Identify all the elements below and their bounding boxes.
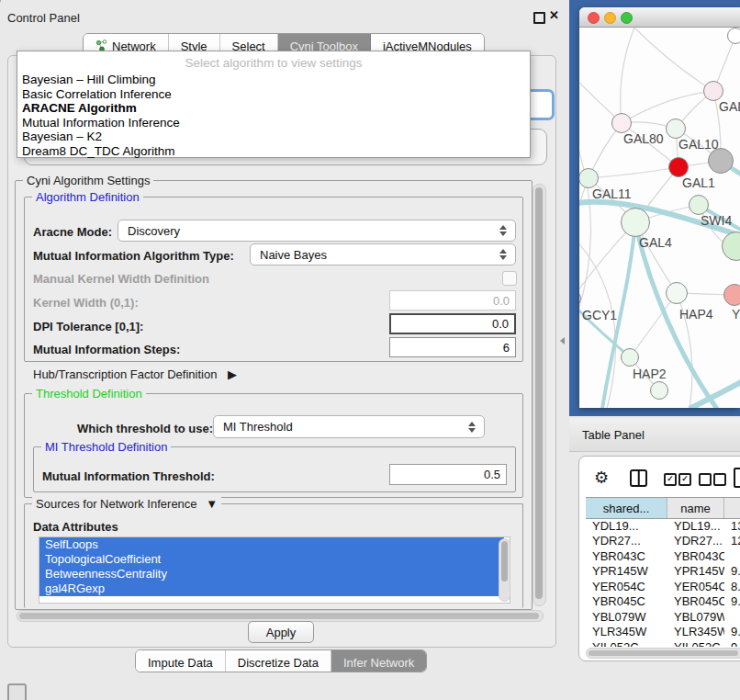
- table-panel-window: ⚙ ✓ ✓ shared... name YDL19...YDL19...13Y…: [578, 456, 740, 661]
- column-header-name[interactable]: name: [667, 498, 724, 518]
- network-node-y[interactable]: [723, 284, 740, 306]
- network-node-gal4[interactable]: [621, 208, 650, 237]
- manual-kernel-checkbox[interactable]: [502, 271, 517, 286]
- table-panel-title: Table Panel: [582, 428, 645, 442]
- list-item[interactable]: SelfLoops: [39, 537, 504, 552]
- table-cell: YDL19...: [586, 518, 667, 534]
- dropdown-option[interactable]: Bayesian – Hill Climbing: [17, 73, 530, 87]
- table-body[interactable]: YDL19...YDL19...13YDR27...YDR27...12YBR0…: [586, 518, 740, 647]
- list-item[interactable]: TopologicalCoefficient: [39, 552, 504, 567]
- aracne-mode-label: Aracne Mode:: [33, 225, 112, 239]
- zoom-traffic-icon[interactable]: [621, 12, 633, 24]
- unchecked-checkbox-icon[interactable]: [699, 473, 712, 486]
- checked-checkbox-icon[interactable]: ✓: [664, 473, 677, 486]
- float-window-icon[interactable]: [533, 12, 545, 24]
- kernel-width-field[interactable]: 0.0: [389, 290, 516, 310]
- table-cell: YBR045C: [667, 594, 724, 610]
- minimize-traffic-icon[interactable]: [604, 12, 616, 24]
- table-cell: YIL052C: [667, 639, 724, 647]
- dropdown-option-selected[interactable]: ARACNE Algorithm: [17, 101, 530, 116]
- checked-checkbox-icon[interactable]: ✓: [678, 473, 691, 486]
- table-row[interactable]: YPR145WYPR145W9.: [586, 564, 740, 580]
- network-view-window[interactable]: GALGAL80GAL10GAL1GAL11SWI4GAL4HAP4YGCY1H…: [579, 7, 740, 408]
- apply-button[interactable]: Apply: [248, 621, 314, 643]
- column-header-cut[interactable]: [724, 498, 740, 518]
- network-node-gal80[interactable]: [611, 113, 632, 133]
- tab-infer-network[interactable]: Infer Network: [331, 650, 426, 672]
- table-cell: YDL19...: [667, 518, 724, 534]
- network-node-hap2[interactable]: [621, 348, 639, 367]
- table-row[interactable]: YLR345WYLR345W9.: [586, 625, 740, 640]
- unchecked-checkbox-icon[interactable]: [713, 473, 726, 486]
- list-item[interactable]: gal4RGexp: [39, 581, 504, 596]
- algorithm-definition-title: Algorithm Definition: [32, 190, 143, 204]
- table-cell: [724, 609, 740, 625]
- panel-divider-handle[interactable]: [560, 337, 566, 345]
- network-node-gal1[interactable]: [668, 157, 689, 177]
- table-cell: 9.: [724, 564, 740, 580]
- aracne-mode-combobox[interactable]: Discovery: [118, 220, 516, 242]
- which-threshold-combobox[interactable]: MI Threshold: [213, 415, 485, 438]
- table-row[interactable]: YDR27...YDR27...12: [586, 534, 740, 549]
- table-horizontal-scrollbar[interactable]: [586, 648, 740, 659]
- minimized-panel-icon[interactable]: [7, 683, 27, 700]
- mi-threshold-field[interactable]: 0.5: [389, 464, 507, 485]
- close-icon[interactable]: ✕: [549, 8, 559, 22]
- mi-steps-label: Mutual Information Steps:: [33, 343, 180, 356]
- collapsed-arrow-icon[interactable]: ▶: [228, 367, 237, 381]
- node-label: Y: [732, 307, 740, 322]
- network-node-gal11[interactable]: [579, 168, 599, 188]
- node-label: HAP2: [633, 367, 667, 381]
- table-row[interactable]: YER054CYER054C8.: [586, 579, 740, 594]
- hub-definition-toggle[interactable]: Hub/Transcription Factor Definition ▶: [33, 367, 237, 381]
- close-traffic-icon[interactable]: [588, 12, 600, 24]
- table-cell: 9.: [724, 594, 740, 610]
- tab-discretize-data[interactable]: Discretize Data: [226, 650, 331, 672]
- bottom-tabbar: Impute Data Discretize Data Infer Networ…: [135, 649, 427, 672]
- threshold-definition-title: Threshold Definition: [32, 387, 146, 401]
- page-icon[interactable]: [734, 468, 740, 488]
- mi-threshold-group-title: MI Threshold Definition: [41, 440, 171, 454]
- which-threshold-label: Which threshold to use:: [77, 422, 213, 435]
- network-node-gal10[interactable]: [666, 119, 686, 139]
- dropdown-option[interactable]: Basic Correlation Inference: [17, 87, 530, 102]
- expanded-arrow-icon[interactable]: ▼: [206, 497, 218, 511]
- table-row[interactable]: YBR045CYBR045C9.: [586, 594, 740, 610]
- mi-type-combobox[interactable]: Naive Bayes: [250, 243, 516, 265]
- table-cell: YLR345W: [667, 625, 724, 640]
- dpi-tolerance-field[interactable]: 0.0: [389, 313, 516, 334]
- dropdown-placeholder: Select algorithm to view settings: [17, 53, 530, 73]
- network-node[interactable]: [650, 381, 668, 400]
- network-canvas[interactable]: GALGAL80GAL10GAL1GAL11SWI4GAL4HAP4YGCY1H…: [579, 28, 740, 408]
- list-scrollbar[interactable]: [499, 538, 510, 602]
- mi-steps-field[interactable]: 6: [389, 337, 516, 357]
- node-label: SWI4: [701, 213, 732, 228]
- network-node[interactable]: [708, 148, 734, 174]
- table-row[interactable]: YIL052CYIL052C9.: [586, 639, 740, 647]
- table-cell: YBR045C: [586, 594, 667, 610]
- manual-kernel-label: Manual Kernel Width Definition: [33, 272, 209, 286]
- table-cell: YLR345W: [586, 625, 667, 640]
- tab-impute-data[interactable]: Impute Data: [136, 650, 226, 672]
- network-node[interactable]: [727, 28, 740, 44]
- network-node-swi4[interactable]: [689, 195, 709, 215]
- network-node-hap4[interactable]: [666, 282, 688, 304]
- list-item[interactable]: BetweennessCentrality: [39, 567, 504, 581]
- network-node-gal[interactable]: [703, 81, 723, 101]
- dropdown-option[interactable]: Dream8 DC_TDC Algorithm: [17, 144, 530, 159]
- mi-threshold-label: Mutual Information Threshold:: [42, 469, 215, 483]
- data-attributes-label: Data Attributes: [33, 520, 118, 534]
- table-row[interactable]: YDL19...YDL19...13: [586, 518, 740, 534]
- table-row[interactable]: YBL079WYBL079W: [586, 609, 740, 625]
- table-cell: YDR27...: [586, 534, 667, 549]
- dropdown-option[interactable]: Bayesian – K2: [17, 130, 530, 144]
- table-row[interactable]: YBR043CYBR043C: [586, 548, 740, 564]
- settings-vertical-scrollbar[interactable]: [533, 184, 546, 606]
- column-header-shared[interactable]: shared...: [586, 498, 667, 518]
- sources-group-title: Sources for Network Inference ▼: [32, 497, 221, 511]
- data-attributes-list[interactable]: SelfLoops TopologicalCoefficient Between…: [39, 536, 510, 604]
- dropdown-option[interactable]: Mutual Information Inference: [17, 116, 530, 130]
- gear-icon[interactable]: ⚙: [594, 468, 609, 488]
- network-window-titlebar[interactable]: [579, 7, 740, 28]
- split-columns-icon[interactable]: [630, 469, 647, 487]
